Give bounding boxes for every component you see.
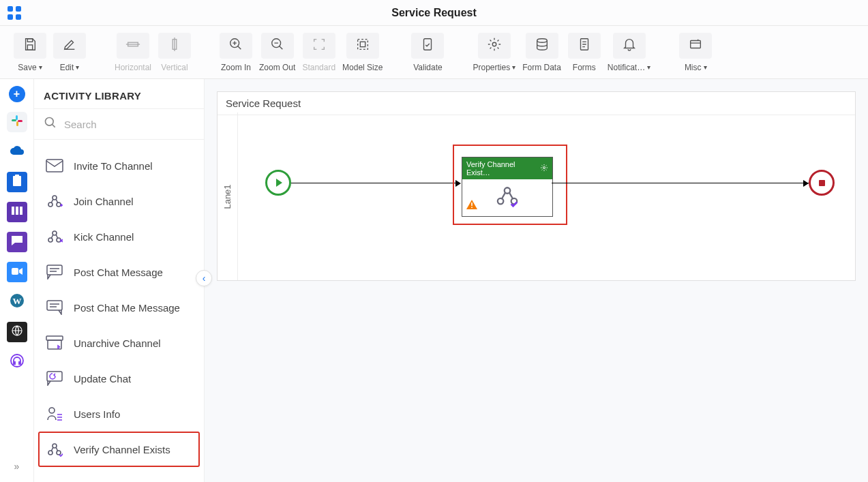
search-row (34, 109, 204, 140)
svg-rect-20 (18, 120, 23, 122)
task-title: Verify Channel Exist… (466, 160, 540, 177)
rail-item-support[interactable] (7, 352, 27, 372)
activity-item-usersinfo[interactable]: Users Info (38, 396, 200, 432)
activity-item-label: Kick Channel (74, 231, 134, 243)
collapse-sidebar-button[interactable]: ‹ (196, 270, 212, 286)
svg-rect-25 (20, 207, 23, 215)
svg-rect-16 (691, 40, 701, 48)
chat-update-icon (45, 369, 64, 388)
warning-icon (466, 200, 477, 212)
svg-point-34 (48, 202, 53, 207)
search-input[interactable] (64, 119, 194, 130)
svg-rect-11 (360, 42, 365, 46)
page-title: Service Request (391, 7, 477, 19)
lane-label: Lane1 (222, 184, 233, 209)
svg-point-44 (49, 408, 55, 413)
svg-rect-0 (8, 6, 13, 12)
activity-item-postchatme[interactable]: Post Chat Me Message (38, 290, 200, 325)
rail-item-slack[interactable] (7, 112, 27, 132)
svg-rect-41 (46, 336, 63, 340)
topbar: Service Request (0, 0, 868, 26)
gear-icon[interactable] (540, 164, 548, 173)
flow-area: Verify Channel Exist… (238, 112, 855, 280)
main: + W » ACTIVIT (0, 79, 868, 482)
activity-item-invite[interactable]: Invite To Channel (38, 148, 200, 183)
columns-icon (11, 206, 23, 218)
rail-item-globe[interactable] (7, 322, 27, 342)
activity-item-label: Verify Channel Exists (74, 444, 170, 455)
gear-icon (487, 37, 502, 55)
stop-icon (819, 180, 825, 186)
activity-item-label: Post Chat Me Message (74, 302, 180, 314)
svg-rect-19 (16, 121, 18, 126)
svg-rect-53 (471, 207, 473, 209)
activity-item-label: Post Chat Message (74, 267, 163, 278)
rail-item-onedrive[interactable] (7, 142, 27, 162)
svg-rect-18 (12, 119, 16, 121)
misc-button[interactable]: Misc▾ (679, 33, 712, 72)
zoom-out-icon (270, 37, 285, 55)
svg-rect-5 (27, 44, 32, 49)
zoom-modelsize-button[interactable]: Model Size (342, 33, 383, 72)
wordpress-icon: W (10, 293, 25, 311)
left-rail: + W » (0, 79, 34, 482)
notifications-button[interactable]: Notificat…▾ (608, 33, 650, 72)
chevron-down-icon: ▾ (512, 63, 515, 71)
edit-icon (62, 37, 77, 55)
edit-button[interactable]: Edit▾ (53, 33, 86, 72)
task-node-verify[interactable]: Verify Channel Exist… (462, 157, 553, 217)
activity-item-kick[interactable]: Kick Channel (38, 219, 200, 254)
properties-button[interactable]: Properties▾ (473, 33, 515, 72)
zoom-out-button[interactable]: Zoom Out (259, 33, 295, 72)
share-x-icon (45, 227, 64, 246)
add-button[interactable]: + (9, 86, 25, 102)
activity-item-label: Users Info (74, 408, 120, 420)
cloud-icon (10, 146, 25, 158)
zoom-in-button[interactable]: Zoom In (220, 33, 252, 72)
plus-icon: + (14, 88, 20, 100)
rail-item-wordpress[interactable]: W (7, 292, 27, 312)
svg-rect-4 (27, 38, 32, 42)
process-canvas[interactable]: Service Request Lane1 Verify Channel Exi… (217, 91, 856, 281)
activity-item-updatechat[interactable]: Update Chat (38, 361, 200, 396)
activity-item-label: Unarchive Channel (74, 337, 161, 349)
sidebar: ACTIVITY LIBRARY Invite To Channel Join … (34, 79, 205, 482)
svg-rect-21 (13, 176, 21, 186)
fit-standard-icon (312, 37, 327, 55)
activity-list: Invite To Channel Join Channel Kick Chan… (34, 140, 204, 482)
validate-button[interactable]: Validate (411, 33, 444, 72)
rail-item-chat[interactable] (7, 232, 27, 252)
search-icon (44, 116, 57, 132)
start-node[interactable] (265, 170, 291, 196)
align-horizontal-icon (125, 37, 140, 55)
save-button[interactable]: Save▾ (14, 33, 46, 72)
activity-item-join[interactable]: Join Channel (38, 183, 200, 219)
activity-item-unarchive[interactable]: Unarchive Channel (38, 325, 200, 361)
app-grid-icon[interactable] (4, 3, 25, 23)
activity-item-label: Update Chat (74, 373, 131, 385)
zoom-standard-button: Standard (302, 33, 335, 72)
svg-rect-22 (15, 175, 19, 177)
forms-button[interactable]: Forms (568, 33, 601, 72)
play-icon (275, 179, 282, 187)
database-icon (535, 37, 550, 55)
svg-rect-3 (16, 14, 21, 20)
formdata-button[interactable]: Form Data (522, 33, 561, 72)
rail-item-clipboard[interactable] (7, 172, 27, 192)
rail-item-columns[interactable] (7, 202, 27, 222)
sidebar-title: ACTIVITY LIBRARY (34, 79, 204, 108)
svg-point-35 (57, 202, 61, 207)
end-node[interactable] (809, 170, 835, 196)
activity-item-postchat[interactable]: Post Chat Message (38, 254, 200, 290)
rail-item-zoom[interactable] (7, 262, 27, 282)
svg-text:W: W (12, 296, 21, 306)
zoom-in-icon (228, 37, 243, 55)
activity-item-verify[interactable]: Verify Channel Exists (38, 432, 200, 467)
svg-rect-17 (16, 115, 18, 120)
expand-rail-button[interactable]: » (7, 456, 27, 477)
align-vertical-button: Vertical (158, 33, 191, 72)
user-list-icon (45, 404, 64, 423)
task-body (462, 179, 552, 216)
chat-icon (45, 262, 64, 282)
svg-rect-24 (16, 207, 18, 215)
